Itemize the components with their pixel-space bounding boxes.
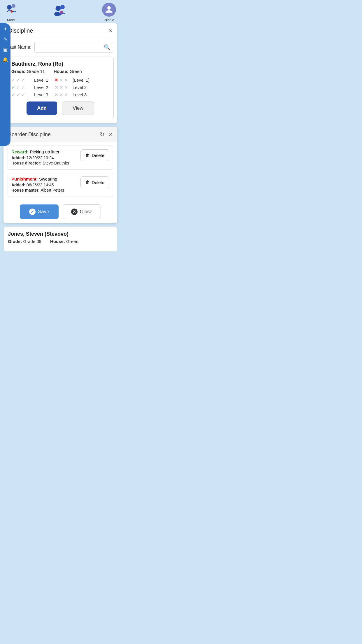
menu-button[interactable]: Menu xyxy=(5,3,19,22)
level-row-1: ✓ ✓ ✓ Level 1 ✕ ✕ ✕ (Level 1) xyxy=(11,77,109,83)
house-label-bottom: House: xyxy=(50,239,65,244)
check-3-3: ✓ xyxy=(21,92,25,97)
discipline-panel-header: Discipline × xyxy=(3,23,117,38)
boarder-close-button[interactable]: × xyxy=(109,131,113,138)
check-group-1: ✓ ✓ ✓ xyxy=(11,77,32,83)
student-card: Bauthierz, Rona (Ro) Grade: Grade 11 Hou… xyxy=(7,57,114,119)
reward-staff-label: House director: xyxy=(11,161,41,165)
level-2-name: Level 2 xyxy=(34,85,53,90)
reward-added: Added: 12/20/22 10:24 xyxy=(11,155,78,160)
entry-info-punishment: Punishment: Swearing Added: 06/26/23 14:… xyxy=(11,176,78,193)
x-2-2: ✕ xyxy=(59,85,63,90)
search-input-wrap: 🔍 xyxy=(34,42,113,52)
boarder-body: Reward: Picking up litter Added: 12/20/2… xyxy=(3,142,117,200)
reward-added-value: 12/20/22 10:24 xyxy=(27,155,54,160)
svg-point-5 xyxy=(54,12,60,16)
center-logo xyxy=(52,4,69,21)
student-name-bottom: Jones, Steven (Stevovo) xyxy=(8,231,113,237)
level-row-3: ✓ ✓ ✓ Level 3 ✕ ✕ ✕ Level 3 xyxy=(11,92,109,97)
punishment-delete-button[interactable]: 🗑 Delete xyxy=(80,176,109,188)
x-group-2: ✕ ✕ ✕ xyxy=(55,85,71,90)
search-label: Last Name: xyxy=(8,45,31,50)
student-name: Bauthierz, Rona (Ro) xyxy=(11,61,109,67)
check-3-2: ✓ xyxy=(16,92,20,97)
check-1-1: ✓ xyxy=(11,77,15,83)
x-1-3: ✕ xyxy=(64,78,68,83)
punishment-added-value: 06/26/23 14:45 xyxy=(27,183,54,187)
svg-point-1 xyxy=(12,4,15,8)
main-content: Discipline × Last Name: 🔍 Bauthierz, Ron… xyxy=(0,23,121,258)
save-button[interactable]: ✓ Save xyxy=(20,204,59,219)
discipline-close-button[interactable]: × xyxy=(109,28,113,34)
house-info: House: Green xyxy=(54,69,82,74)
level-row-2: ✓ ✓ ✓ Level 2 ✕ ✕ ✕ Level 2 xyxy=(11,85,109,90)
discipline-title: Discipline xyxy=(8,27,33,34)
grade-label-bottom: Grade: xyxy=(8,239,22,244)
close-action-label: Close xyxy=(80,209,92,215)
entry-info-reward: Reward: Picking up litter Added: 12/20/2… xyxy=(11,149,78,166)
sidebar-icon-4: 🔔 xyxy=(2,57,8,62)
house-label: House: xyxy=(54,69,68,74)
entry-type-punishment: Punishment: Swearing xyxy=(11,176,78,181)
x-1-1: ✕ xyxy=(55,78,58,83)
sidebar-strip: ✦ ✎ ▣ 🔔 xyxy=(0,23,10,146)
boarder-footer: ✓ Save ✕ Close xyxy=(3,200,117,223)
level-3-name: Level 3 xyxy=(34,92,53,97)
check-1-2: ✓ xyxy=(16,77,20,83)
card-actions: Add View xyxy=(11,102,109,115)
trash-icon-punishment: 🗑 xyxy=(85,180,90,185)
refresh-icon[interactable]: ↻ xyxy=(100,131,105,138)
sidebar-icon-1: ✦ xyxy=(3,26,7,32)
reward-delete-button[interactable]: 🗑 Delete xyxy=(80,149,109,161)
x-3-1: ✕ xyxy=(55,92,58,97)
level-1-name: Level 1 xyxy=(34,78,53,83)
check-3-1: ✓ xyxy=(11,92,15,97)
x-3-2: ✕ xyxy=(59,92,63,97)
search-row: Last Name: 🔍 xyxy=(3,38,117,57)
view-button[interactable]: View xyxy=(62,102,94,115)
grade-info-bottom: Grade: Grade 09 xyxy=(8,239,41,244)
entry-type-reward: Reward: Picking up litter xyxy=(11,149,78,154)
level-1-value: (Level 1) xyxy=(73,78,89,83)
x-group-3: ✕ ✕ ✕ xyxy=(55,92,71,97)
svg-point-2 xyxy=(10,10,13,13)
add-button[interactable]: Add xyxy=(27,102,57,115)
sidebar-icon-3: ▣ xyxy=(3,47,8,52)
reward-staff: House director: Steve Bauthier xyxy=(11,161,78,165)
sidebar-icon-2: ✎ xyxy=(3,36,7,42)
boarder-header: Boarder Discipline ↻ × xyxy=(3,127,117,142)
punishment-type-label: Punishment: xyxy=(11,176,38,181)
entry-card-reward: Reward: Picking up litter Added: 12/20/2… xyxy=(8,146,113,170)
top-nav: Menu Profile xyxy=(0,0,121,23)
punishment-added-label: Added: xyxy=(11,183,25,187)
search-input[interactable] xyxy=(34,42,113,52)
profile-button[interactable]: Profile xyxy=(102,3,116,22)
grade-value-bottom: Grade 09 xyxy=(23,239,42,244)
close-x-icon: ✕ xyxy=(71,209,78,215)
house-value-bottom: Green xyxy=(66,239,78,244)
student-meta: Grade: Grade 11 House: Green xyxy=(11,69,109,74)
level-2-value: Level 2 xyxy=(73,85,87,90)
grade-label: Grade: xyxy=(11,69,25,74)
punishment-staff: House master: Albert Peters xyxy=(11,188,78,192)
profile-avatar xyxy=(102,3,116,17)
trash-icon-reward: 🗑 xyxy=(85,153,90,158)
reward-description: Picking up litter xyxy=(30,149,59,154)
svg-point-4 xyxy=(60,5,65,9)
grade-info: Grade: Grade 11 xyxy=(11,69,45,74)
close-action-button[interactable]: ✕ Close xyxy=(63,204,101,219)
punishment-delete-label: Delete xyxy=(92,180,104,185)
check-1-3: ✓ xyxy=(21,77,25,83)
student-card-bottom: Jones, Steven (Stevovo) Grade: Grade 09 … xyxy=(3,227,117,252)
menu-label: Menu xyxy=(7,18,17,22)
check-2-2: ✓ xyxy=(16,85,20,90)
reward-added-label: Added: xyxy=(11,155,25,160)
svg-point-3 xyxy=(56,6,61,11)
x-group-1: ✕ ✕ ✕ xyxy=(55,78,71,83)
punishment-staff-value: Albert Peters xyxy=(41,188,64,192)
punishment-added: Added: 06/26/23 14:45 xyxy=(11,183,78,187)
punishment-staff-label: House master: xyxy=(11,188,40,192)
x-2-1: ✕ xyxy=(55,85,58,90)
discipline-panel: Discipline × Last Name: 🔍 Bauthierz, Ron… xyxy=(3,23,117,123)
x-3-3: ✕ xyxy=(64,92,68,97)
